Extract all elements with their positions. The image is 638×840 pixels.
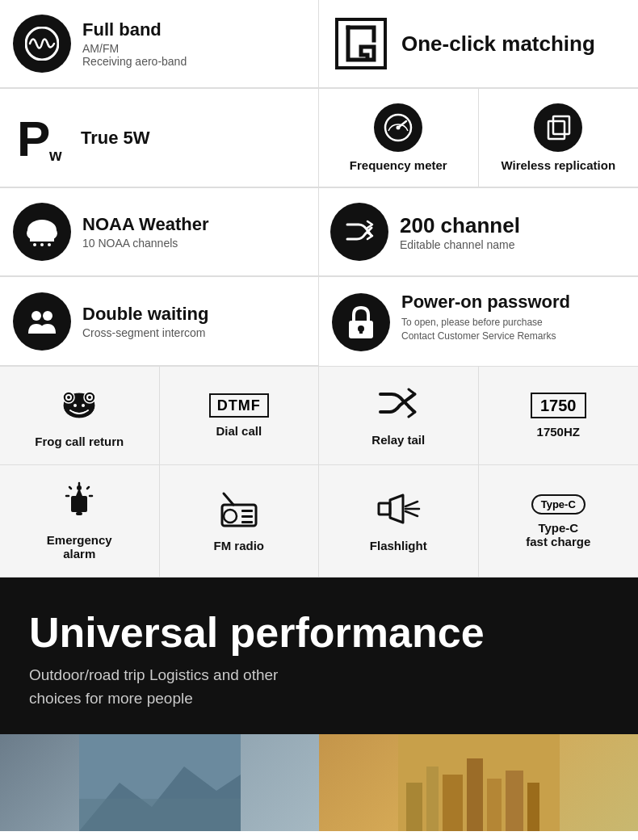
small-grid-top: Frog call return DTMF Dial call Relay ta… [0,367,638,465]
fullband-cell: Full band AM/FMReceiving aero-band [0,0,319,88]
svg-line-32 [87,487,89,489]
svg-rect-53 [467,758,483,831]
svg-rect-41 [241,521,253,523]
universal-section: Universal performance Outdoor/road trip … [0,578,638,734]
svg-rect-50 [406,783,422,831]
svg-point-13 [40,243,44,246]
svg-rect-42 [379,503,390,514]
relay-label: Relay tail [371,433,425,447]
dtmf-box: DTMF [209,393,269,418]
dtmf-icon: DTMF [209,393,269,418]
svg-rect-29 [76,512,82,515]
frog-cell: Frog call return [0,367,160,465]
svg-point-5 [397,126,401,130]
bottom-image-right [319,734,638,831]
svg-point-38 [224,510,237,523]
dtmf-cell: DTMF Dial call [160,367,320,465]
true5w-cell: P w True 5W [0,89,319,187]
svg-point-26 [88,396,91,399]
svg-point-28 [82,404,85,407]
doublewaiting-title: Double waiting [82,304,208,325]
oneclickmatch-title: One-click matching [401,32,595,57]
channel-title: 200 channel [400,213,520,238]
svg-point-16 [43,311,52,321]
fullband-subtitle: AM/FMReceiving aero-band [82,42,187,68]
noaa-title: NOAA Weather [82,214,208,235]
svg-line-33 [69,487,71,489]
radio-cell: FM radio [160,465,320,578]
emergency-label: Emergencyalarm [47,533,112,561]
hz1750-icon: 1750 [531,393,586,418]
dtmf-label: Dial call [216,424,262,438]
power-w-icon: P w [13,110,69,166]
frog-icon [57,383,101,428]
frog-label: Frog call return [35,435,124,448]
small-grid-bottom: Emergencyalarm FM radio [0,465,638,578]
flashlight-cell: Flashlight [319,465,479,578]
password-text: Power-on password To open, please before… [401,292,570,343]
svg-rect-52 [443,775,463,831]
flashlight-icon [376,490,421,532]
typec-icon: Type-C [531,494,586,514]
bottom-images [0,734,638,831]
relay-cell: Relay tail [319,367,479,465]
freqmeter-cell: Frequency meter [319,89,479,187]
channel-subtitle: Editable channel name [400,238,520,251]
noaa-text: NOAA Weather 10 NOAA channels [82,214,208,250]
channel-text: 200 channel Editable channel name [400,213,520,251]
people-icon [13,292,71,351]
lock-icon [332,293,390,351]
channel-cell: 200 channel Editable channel name [319,188,638,276]
shuffle-icon [330,203,388,261]
svg-rect-51 [426,766,439,831]
svg-rect-54 [487,779,502,831]
true5w-text: True 5W [81,128,150,149]
wireless-cell: Wireless replication [479,89,639,187]
svg-line-37 [224,494,233,505]
feature-row-2: P w True 5W Frequency meter [0,89,638,188]
svg-rect-11 [30,235,54,242]
matching-icon [332,15,390,73]
wireless-title: Wireless replication [501,158,615,172]
cloud-icon [13,203,71,261]
universal-desc: Outdoor/road trip Logistics and othercho… [29,664,609,710]
svg-rect-56 [527,783,539,831]
svg-rect-40 [241,515,253,518]
emergency-cell: Emergencyalarm [0,465,160,578]
svg-point-12 [33,243,36,246]
svg-line-43 [405,502,418,506]
password-subtitle: To open, please before purchaseContact C… [401,316,570,343]
feature-row-3: NOAA Weather 10 NOAA channels 200 channe… [0,188,638,277]
password-cell: Power-on password To open, please before… [319,277,638,366]
true5w-title: True 5W [81,128,150,149]
svg-point-15 [31,311,41,321]
freq-wireless-split: Frequency meter Wireless replication [319,89,638,187]
typec-cell: Type-C Type-Cfast charge [479,465,639,578]
speedometer-icon [374,103,422,152]
svg-point-14 [48,243,51,246]
noaa-cell: NOAA Weather 10 NOAA channels [0,188,319,276]
hz1750-label: 1750HZ [537,425,580,439]
svg-point-27 [73,404,77,407]
svg-text:w: w [48,146,62,164]
radio-icon [217,490,261,532]
svg-rect-39 [241,510,253,512]
relay-icon [377,384,419,426]
doublewaiting-text: Double waiting Cross-segment intercom [82,304,208,339]
svg-rect-7 [553,116,569,134]
typec-label: Type-Cfast charge [526,521,590,548]
doublewaiting-cell: Double waiting Cross-segment intercom [0,277,319,366]
svg-rect-55 [506,771,523,831]
doublewaiting-subtitle: Cross-segment intercom [82,326,208,339]
waveform-icon [13,15,71,73]
freqmeter-title: Frequency meter [350,158,447,172]
wireless-icon [534,103,582,152]
universal-title: Universal performance [29,610,609,656]
svg-line-45 [405,511,418,516]
feature-row-4: Double waiting Cross-segment intercom Po… [0,277,638,367]
svg-rect-48 [79,799,241,831]
flashlight-label: Flashlight [370,539,427,552]
hz1750-box: 1750 [531,393,586,418]
password-title: Power-on password [401,292,570,313]
fullband-text: Full band AM/FMReceiving aero-band [82,19,187,68]
